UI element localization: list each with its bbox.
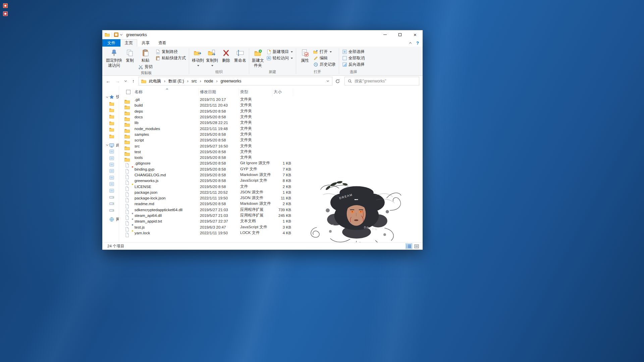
file-row[interactable]: CHANGELOG.md 2019/5/20 8:58 Markdown 源文件… [123, 172, 423, 178]
copy-button[interactable]: 复制 [123, 48, 137, 64]
sidebar-item[interactable] [102, 126, 119, 133]
file-name[interactable]: greenworks.js [133, 178, 199, 183]
sidebar-item[interactable] [102, 148, 119, 155]
up-button[interactable]: ↑ [129, 77, 138, 85]
file-name[interactable]: .gitignore [133, 161, 199, 165]
sidebar-item[interactable] [102, 107, 119, 113]
back-button[interactable]: ← [104, 77, 112, 85]
column-header-date[interactable]: 修改日期 [199, 88, 239, 96]
properties-button[interactable]: 属性 [298, 48, 312, 64]
file-name[interactable]: src [133, 144, 199, 148]
qat-properties-icon[interactable] [114, 33, 118, 37]
qat-dropdown-icon[interactable] [120, 33, 122, 35]
edit-button[interactable]: 编辑 [312, 55, 337, 61]
tab-file[interactable]: 文件 [102, 39, 120, 47]
file-name[interactable]: node_modules [133, 126, 199, 131]
maximize-button[interactable] [392, 30, 408, 39]
file-name[interactable]: .git [133, 97, 199, 102]
file-row[interactable]: tools 2019/5/20 8:58 文件夹 [123, 155, 423, 160]
open-button[interactable]: 打开 [312, 49, 337, 55]
sidebar-item[interactable] [102, 200, 119, 207]
file-row[interactable]: build 2022/1/11 20:43 文件夹 [123, 102, 423, 108]
file-row[interactable]: node_modules 2022/1/11 19:48 文件夹 [123, 125, 423, 131]
desktop-shortcut-icon[interactable] [3, 3, 8, 8]
breadcrumb-node[interactable]: node [202, 79, 216, 83]
breadcrumb-drive[interactable]: 数据 (E:) [166, 78, 187, 84]
file-row[interactable]: .git 2019/7/1 20:17 文件夹 [123, 97, 423, 102]
file-name[interactable]: docs [133, 115, 199, 119]
delete-button[interactable]: 删除 [219, 48, 233, 64]
sidebar-item[interactable] [102, 100, 119, 107]
sidebar-item[interactable] [102, 207, 119, 214]
sidebar-item[interactable] [102, 168, 119, 174]
file-row[interactable]: .gitignore 2019/5/20 8:58 Git Ignore 源文件… [123, 160, 423, 166]
file-name[interactable]: test [133, 149, 199, 154]
file-row[interactable]: script 2019/5/20 8:58 文件夹 [123, 137, 423, 143]
sidebar-item[interactable] [102, 155, 119, 162]
file-row[interactable]: samples 2019/5/20 8:58 文件夹 [123, 131, 423, 137]
address-dropdown[interactable] [325, 81, 331, 81]
paste-shortcut-button[interactable]: 粘贴快捷方式 [154, 55, 187, 61]
help-icon[interactable]: ? [416, 41, 419, 46]
sidebar-item[interactable]: 网 [102, 216, 119, 223]
sidebar-item[interactable]: 此 [102, 142, 119, 148]
move-to-button[interactable]: 移动到 [191, 48, 205, 69]
sidebar-item[interactable] [102, 133, 119, 139]
file-row[interactable]: src 2019/5/27 16:50 文件夹 [123, 143, 423, 148]
refresh-button[interactable] [333, 77, 342, 85]
breadcrumb-this-pc[interactable]: 此电脑 [146, 78, 164, 84]
file-name[interactable]: test.js [133, 225, 199, 229]
easy-access-button[interactable]: 轻松访问 [265, 55, 294, 61]
forward-button[interactable]: → [113, 77, 122, 85]
copy-to-button[interactable]: 复制到 [205, 48, 219, 69]
sidebar-item[interactable]: 快 [102, 94, 119, 100]
tab-share[interactable]: 共享 [137, 39, 154, 47]
column-header-name[interactable]: 名称 [133, 88, 199, 96]
file-row[interactable]: deps 2019/5/20 8:58 文件夹 [123, 108, 423, 114]
paste-button[interactable]: 粘贴 [139, 48, 152, 64]
breadcrumb-src[interactable]: src [189, 79, 200, 83]
details-view-button[interactable] [406, 243, 412, 249]
file-row[interactable]: test 2019/5/20 8:58 文件夹 [123, 149, 423, 155]
tab-view[interactable]: 查看 [154, 39, 171, 47]
file-name[interactable]: sdkencryptedappticket64.dll [133, 207, 199, 212]
file-name[interactable]: LICENSE [133, 184, 199, 189]
file-row[interactable]: lib 2019/5/28 22:21 文件夹 [123, 120, 423, 125]
file-name[interactable]: samples [133, 132, 199, 136]
expand-chevron-icon[interactable] [105, 145, 109, 145]
tab-home[interactable]: 主页 [120, 39, 137, 47]
sidebar-item[interactable] [102, 181, 119, 187]
cut-button[interactable]: 剪切 [137, 64, 154, 70]
file-row[interactable]: binding.gyp 2019/5/20 8:58 GYP 文件 7 KB [123, 166, 423, 172]
sidebar-item[interactable] [102, 120, 119, 126]
copy-path-button[interactable]: 复制路径 [154, 49, 187, 55]
sidebar-item[interactable] [102, 113, 119, 120]
expand-chevron-icon[interactable] [105, 97, 109, 98]
sidebar-item[interactable] [102, 194, 119, 200]
file-name[interactable]: steam_appid.txt [133, 219, 199, 223]
file-name[interactable]: package.json [133, 190, 199, 194]
search-input[interactable] [355, 79, 416, 83]
minimize-button[interactable] [377, 30, 392, 39]
select-all-checkbox[interactable] [126, 90, 130, 94]
new-item-button[interactable]: 新建项目 [265, 49, 294, 55]
breadcrumb-greenworks[interactable]: greenworks [218, 79, 244, 83]
file-name[interactable]: lib [133, 120, 199, 125]
sidebar-item[interactable] [102, 162, 119, 168]
thumbnails-view-button[interactable] [413, 243, 420, 249]
search-box[interactable] [344, 77, 419, 85]
file-name[interactable]: tools [133, 155, 199, 160]
file-name[interactable]: binding.gyp [133, 167, 199, 171]
invert-selection-button[interactable]: 反向选择 [341, 61, 366, 68]
file-name[interactable]: readme.md [133, 201, 199, 206]
recent-locations-dropdown[interactable] [123, 77, 128, 85]
select-none-button[interactable]: 全部取消 [341, 55, 366, 61]
file-row[interactable]: docs 2019/5/20 8:58 文件夹 [123, 114, 423, 120]
address-bar[interactable]: 此电脑 › 数据 (E:) › src › node › greenworks [139, 77, 332, 85]
sidebar-item[interactable] [102, 187, 119, 194]
select-all-button[interactable]: 全部选择 [341, 49, 366, 55]
new-folder-button[interactable]: 新建文件夹 [251, 48, 265, 69]
file-name[interactable]: CHANGELOG.md [133, 173, 199, 177]
pin-to-quick-access-button[interactable]: 固定到快速访问 [106, 48, 122, 69]
desktop-shortcut-icon[interactable] [3, 11, 8, 16]
